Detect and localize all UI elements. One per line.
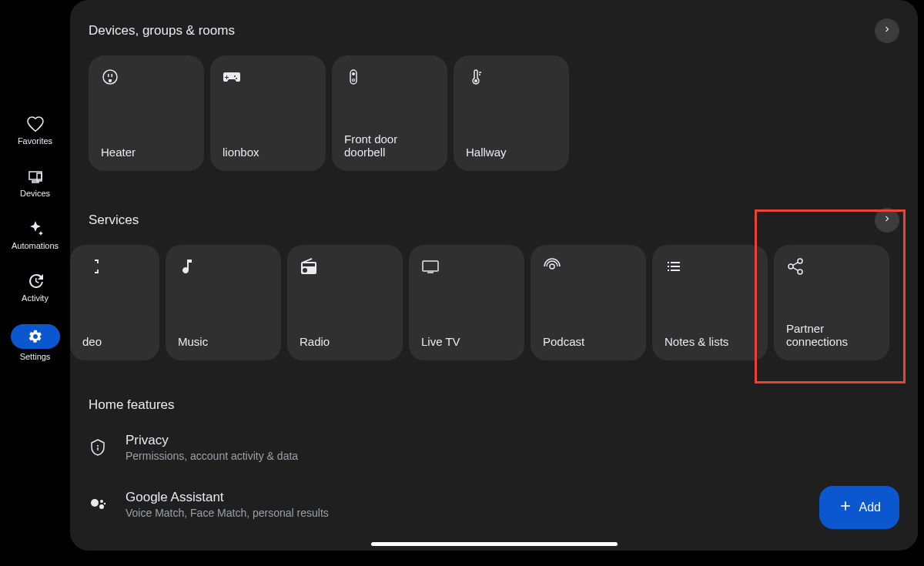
service-card-podcast[interactable]: Podcast	[531, 245, 646, 360]
card-label: Hallway	[466, 146, 557, 159]
devices-more-button[interactable]	[875, 18, 899, 43]
svg-rect-4	[350, 70, 357, 84]
feature-title: Privacy	[126, 433, 298, 448]
outlet-icon	[101, 68, 119, 86]
gear-icon	[11, 324, 60, 349]
devices-section-header: Devices, groups & rooms	[89, 18, 899, 43]
list-icon	[665, 257, 683, 276]
svg-point-17	[99, 504, 104, 509]
plus-icon	[838, 498, 853, 517]
feature-title: Google Assistant	[126, 490, 329, 505]
svg-point-12	[798, 270, 802, 274]
card-label: Notes & lists	[665, 335, 755, 348]
svg-rect-8	[423, 261, 438, 271]
section-title: Services	[89, 213, 139, 228]
services-more-button[interactable]	[875, 208, 899, 233]
shield-icon	[89, 438, 107, 457]
svg-point-9	[550, 264, 554, 269]
podcast-icon	[543, 257, 561, 276]
service-card-music[interactable]: Music	[166, 245, 281, 360]
svg-point-7	[474, 79, 477, 82]
card-label: Live TV	[421, 335, 512, 348]
service-partner-connections[interactable]: Partner connections	[774, 245, 889, 360]
svg-point-10	[798, 259, 802, 263]
card-label: Radio	[300, 335, 390, 348]
assistant-icon	[89, 495, 107, 514]
nav-label: Activity	[22, 293, 49, 303]
heart-icon	[26, 115, 45, 133]
share-icon	[786, 257, 805, 276]
section-title: Home features	[89, 397, 899, 413]
svg-point-11	[788, 264, 793, 269]
nav-settings[interactable]: Settings	[8, 321, 63, 364]
nav-favorites[interactable]: Favorites	[15, 112, 55, 149]
svg-rect-14	[97, 447, 98, 450]
svg-point-5	[352, 72, 355, 75]
service-card-live-tv[interactable]: Live TV	[409, 245, 524, 360]
sidebar: Favorites Devices Automations Activity S…	[0, 0, 70, 566]
card-label: Front door doorbell	[344, 132, 435, 159]
sparkle-icon	[26, 219, 45, 238]
svg-point-15	[91, 499, 99, 507]
nav-label: Devices	[20, 189, 50, 198]
tv-icon	[421, 257, 440, 276]
nav-activity[interactable]: Activity	[18, 269, 52, 306]
main-content: Devices, groups & rooms Heater lionbox	[70, 0, 918, 551]
add-button[interactable]: Add	[819, 486, 899, 529]
svg-point-18	[104, 503, 105, 504]
device-card-front-door-doorbell[interactable]: Front door doorbell	[332, 55, 447, 171]
home-indicator	[371, 542, 618, 546]
gamepad-icon	[223, 68, 241, 86]
device-card-heater[interactable]: Heater	[89, 55, 204, 171]
svg-point-16	[100, 500, 103, 503]
feature-sub: Voice Match, Face Match, personal result…	[126, 507, 329, 519]
service-card-video[interactable]: deo	[70, 245, 159, 360]
services-section-header: Services	[89, 208, 899, 233]
video-bracket-icon	[82, 257, 101, 276]
section-title: Devices, groups & rooms	[89, 23, 235, 39]
device-card-hallway[interactable]: Hallway	[454, 55, 569, 171]
services-card-row: deo Music Radio	[70, 245, 899, 360]
thermostat-icon	[466, 68, 484, 86]
devices-icon	[26, 167, 45, 186]
devices-card-row: Heater lionbox Front door doorbell Hallw…	[89, 55, 899, 171]
nav-label: Favorites	[18, 136, 52, 146]
device-card-lionbox[interactable]: lionbox	[210, 55, 326, 171]
service-card-radio[interactable]: Radio	[287, 245, 403, 360]
card-label: Heater	[101, 146, 192, 159]
card-label: lionbox	[223, 146, 313, 159]
service-card-notes-lists[interactable]: Notes & lists	[652, 245, 768, 360]
nav-label: Automations	[12, 241, 59, 250]
feature-google-assistant[interactable]: Google Assistant Voice Match, Face Match…	[89, 476, 899, 533]
history-icon	[26, 272, 45, 290]
feature-privacy[interactable]: Privacy Permissions, account activity & …	[89, 419, 899, 476]
nav-automations[interactable]: Automations	[8, 216, 62, 253]
feature-sub: Permissions, account activity & data	[126, 450, 298, 462]
doorbell-icon	[344, 68, 363, 86]
card-label: Podcast	[543, 335, 634, 348]
music-note-icon	[178, 257, 196, 276]
svg-rect-2	[108, 74, 109, 77]
fab-label: Add	[859, 501, 881, 514]
radio-icon	[300, 257, 318, 276]
svg-point-13	[97, 445, 99, 447]
svg-rect-3	[112, 74, 113, 77]
chevron-right-icon	[882, 213, 892, 227]
card-label: Music	[178, 335, 269, 348]
card-label: deo	[82, 335, 147, 348]
chevron-right-icon	[882, 24, 892, 38]
svg-point-6	[353, 79, 355, 82]
nav-label: Settings	[20, 352, 51, 361]
card-label: Partner connections	[786, 322, 877, 348]
nav-devices[interactable]: Devices	[17, 164, 53, 201]
